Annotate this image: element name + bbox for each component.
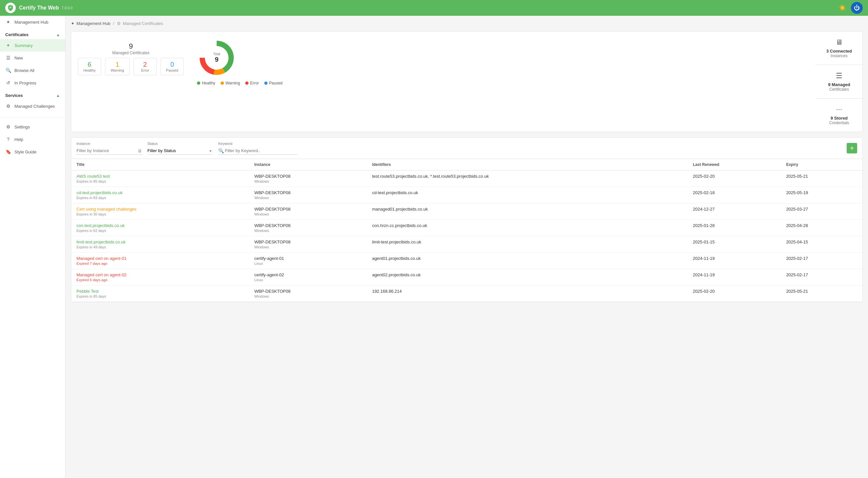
cert-expires: Expired 7 days ago — [76, 262, 244, 265]
cert-expiry-cell: 2025-05-21 — [781, 286, 862, 302]
sidebar-item-browse-all[interactable]: 🔍 Browse All — [0, 64, 65, 77]
instance-name: WBP-DESKTOP08 — [254, 289, 362, 294]
table-row[interactable]: con.test.projectbids.co.uk Expires in 62… — [71, 220, 862, 236]
donut-total-label: Total — [213, 52, 220, 56]
status-filter-select[interactable]: Filter by Status Healthy Warning Error P… — [147, 147, 213, 155]
services-section-label: Services — [5, 93, 23, 98]
legend-error-dot — [245, 82, 249, 85]
healthy-badge: 6 Healthy — [78, 58, 101, 75]
sidebar-section-certificates: Certificates ▲ — [0, 28, 65, 39]
cert-title-link[interactable]: cd-test.projectbids.co.uk — [76, 190, 244, 195]
table-row[interactable]: cd-test.projectbids.co.uk Expires in 83 … — [71, 187, 862, 203]
cert-title-link[interactable]: limit-test.projectbids.co.uk — [76, 239, 244, 244]
table-row[interactable]: Cert using managed challenges Expires in… — [71, 203, 862, 220]
services-toggle-icon[interactable]: ▲ — [56, 93, 60, 98]
connected-instances-card[interactable]: 🖥 3 Connected Instances — [816, 32, 862, 65]
stored-credentials-value: 9 Stored — [831, 116, 848, 121]
sidebar-help-label: Help — [14, 137, 23, 142]
sidebar-item-settings[interactable]: ⚙ Settings — [0, 121, 65, 133]
sidebar-item-help[interactable]: ? Help — [0, 133, 65, 146]
stored-credentials-icon: ··· — [836, 105, 842, 114]
management-hub-icon: ✦ — [5, 19, 11, 25]
cert-last-renewed-cell: 2024-12-27 — [687, 203, 781, 220]
table-header: Title Instance Identifiers Last Renewed … — [71, 159, 862, 171]
sidebar-item-style-guide[interactable]: 🔖 Style Guide — [0, 146, 65, 158]
cert-instance-cell: WBP-DESKTOP08 Windows — [249, 171, 367, 187]
cert-instance-cell: WBP-DESKTOP08 Windows — [249, 203, 367, 220]
breadcrumb-hub-icon: ✦ — [71, 21, 74, 26]
healthy-label: Healthy — [83, 68, 96, 72]
theme-toggle-button[interactable]: ☀️ — [836, 2, 848, 14]
breadcrumb-separator: / — [113, 21, 114, 26]
sidebar-new-label: New — [14, 56, 23, 60]
col-instance: Instance — [249, 159, 367, 171]
table-row[interactable]: limit-test.projectbids.co.uk Expires in … — [71, 236, 862, 252]
cert-instance-cell: WBP-DESKTOP08 Windows — [249, 187, 367, 203]
keyword-filter-label: Keyword — [218, 142, 297, 146]
cert-expires: Expired 6 days ago — [76, 278, 244, 282]
instance-os: Windows — [254, 196, 362, 200]
cert-title-link[interactable]: Cert using managed challenges — [76, 207, 244, 212]
sidebar-style-guide-label: Style Guide — [14, 149, 36, 154]
cert-title-cell: AWS route53 test Expires in 85 days — [71, 171, 249, 187]
certificates-section-label: Certificates — [5, 32, 29, 37]
cert-title-link[interactable]: Pebble Test — [76, 289, 244, 294]
managed-certificates-icon: ☰ — [836, 71, 842, 80]
summary-card-row: 9 Managed Certificates 6 Healthy 1 Warni… — [71, 31, 863, 132]
sidebar-item-management-hub[interactable]: ✦ Management Hub — [0, 16, 65, 28]
table-filters: Instance 🖥 Status Filter by Status Healt… — [71, 138, 862, 159]
error-label: Error — [139, 68, 151, 72]
table-row[interactable]: Managed cert on agent-01 Expired 7 days … — [71, 252, 862, 269]
cert-last-renewed-cell: 2025-01-28 — [687, 220, 781, 236]
managed-certificates-value: 9 Managed — [828, 82, 850, 87]
legend-healthy: Healthy — [197, 81, 215, 85]
certificates-table: Title Instance Identifiers Last Renewed … — [71, 159, 862, 302]
status-badges: 6 Healthy 1 Warning 2 Error — [78, 58, 184, 75]
sidebar-item-summary[interactable]: ✦ Summary — [0, 39, 65, 52]
managed-certificates-card[interactable]: ☰ 9 Managed Certificates — [816, 65, 862, 98]
power-button[interactable]: ⏻ — [851, 2, 863, 14]
table-row[interactable]: Pebble Test Expires in 85 days WBP-DESKT… — [71, 286, 862, 302]
cert-expiry-cell: 2025-05-21 — [781, 171, 862, 187]
warning-badge: 1 Warning — [105, 58, 130, 75]
paused-label: Paused — [166, 68, 178, 72]
certificates-table-section: Instance 🖥 Status Filter by Status Healt… — [71, 137, 863, 302]
instance-filter-icon: 🖥 — [137, 148, 142, 153]
breadcrumb-hub-link[interactable]: ✦ Management Hub — [71, 21, 110, 26]
keyword-search-icon: 🔍 — [218, 148, 224, 153]
summary-icon: ✦ — [5, 42, 11, 48]
cert-title-cell: limit-test.projectbids.co.uk Expires in … — [71, 236, 249, 252]
sidebar-item-managed-challenges[interactable]: ⚙ Managed Challenges — [0, 100, 65, 112]
instance-filter-input[interactable] — [76, 147, 142, 155]
sidebar-item-in-progress[interactable]: ↺ In Progress — [0, 77, 65, 89]
cert-title-cell: Managed cert on agent-01 Expired 7 days … — [71, 252, 249, 269]
app-version: 7.0.0.0 — [62, 6, 73, 10]
legend-error: Error — [245, 81, 259, 85]
sidebar-summary-label: Summary — [14, 43, 33, 48]
legend-paused: Paused — [264, 81, 283, 85]
legend-warning-dot — [221, 82, 224, 85]
certificates-toggle-icon[interactable]: ▲ — [56, 32, 60, 37]
sidebar-item-new[interactable]: ☰ New — [0, 52, 65, 64]
cert-last-renewed-cell: 2025-01-15 — [687, 236, 781, 252]
connected-instances-icon: 🖥 — [836, 38, 843, 47]
add-certificate-button[interactable]: + — [847, 143, 857, 153]
cert-expiry-cell: 2025-02-17 — [781, 269, 862, 286]
sidebar: ✦ Management Hub Certificates ▲ ✦ Summar… — [0, 16, 66, 478]
cert-title-link[interactable]: Managed cert on agent-02 — [76, 272, 244, 277]
chart-legend: Healthy Warning Error — [197, 81, 282, 85]
legend-healthy-label: Healthy — [202, 81, 215, 85]
table-row[interactable]: Managed cert on agent-02 Expired 6 days … — [71, 269, 862, 286]
cert-title-link[interactable]: con.test.projectbids.co.uk — [76, 223, 244, 228]
instance-os: Linux — [254, 278, 362, 282]
table-row[interactable]: AWS route53 test Expires in 85 days WBP-… — [71, 171, 862, 187]
cert-title-link[interactable]: Managed cert on agent-01 — [76, 256, 244, 261]
keyword-filter-input-wrap: 🔍 — [218, 147, 297, 155]
col-expiry: Expiry — [781, 159, 862, 171]
cert-title-link[interactable]: AWS route53 test — [76, 174, 244, 179]
keyword-filter-input[interactable] — [218, 147, 297, 155]
stored-credentials-card[interactable]: ··· 9 Stored Credentials — [816, 98, 862, 132]
sidebar-browse-all-label: Browse All — [14, 68, 34, 73]
cert-identifiers-cell: agent02.projectbids.co.uk — [367, 269, 687, 286]
col-identifiers: Identifiers — [367, 159, 687, 171]
